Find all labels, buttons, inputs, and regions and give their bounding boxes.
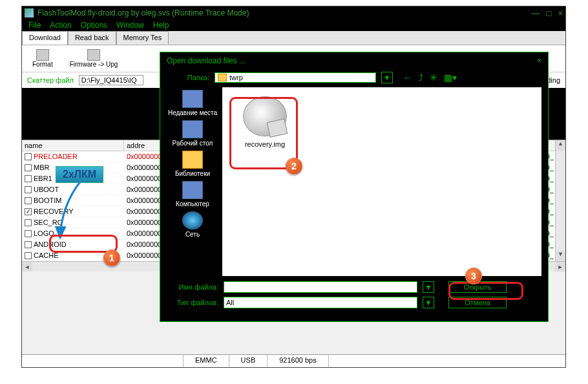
folder-row: Папка: twrp ▼ ← ⤴ ✳ ▦▾ bbox=[167, 72, 541, 83]
back-icon[interactable]: ← bbox=[403, 72, 412, 83]
computer-icon bbox=[182, 181, 203, 199]
dialog-close-button[interactable]: × bbox=[537, 56, 541, 65]
place-recent[interactable]: Недавние места bbox=[167, 90, 218, 116]
checkbox[interactable] bbox=[25, 186, 32, 193]
cancel-button[interactable]: Отмена bbox=[448, 297, 507, 308]
scroll-up-icon[interactable]: ▲ bbox=[556, 140, 565, 151]
row-name: LOGO bbox=[34, 229, 54, 237]
scroll-down-icon[interactable]: ▼ bbox=[556, 251, 565, 261]
network-icon bbox=[182, 211, 203, 229]
tab-memtest[interactable]: Memory Tes bbox=[116, 31, 169, 45]
close-button[interactable]: × bbox=[558, 8, 563, 18]
col-name[interactable]: name bbox=[22, 140, 124, 151]
recent-icon bbox=[182, 90, 203, 108]
row-name: PRELOADER bbox=[34, 153, 78, 160]
place-computer-label: Компьютер bbox=[176, 200, 209, 208]
place-libraries-label: Библиотеки bbox=[175, 170, 210, 177]
callout-2xlkm: 2хЛКМ bbox=[56, 166, 103, 183]
scroll-right-icon[interactable]: ► bbox=[555, 262, 565, 272]
scatter-path-input[interactable]: D:\Fly_IQ4415\IQ bbox=[79, 75, 143, 85]
filename-input[interactable] bbox=[224, 281, 417, 293]
row-name: UBOOT bbox=[34, 186, 59, 193]
menu-action[interactable]: Action bbox=[50, 21, 71, 30]
checkbox[interactable] bbox=[25, 153, 32, 160]
file-open-dialog: Open download files ... × Папка: twrp ▼ … bbox=[160, 52, 549, 322]
folder-icon bbox=[218, 74, 227, 81]
statusbar: EMMC USB 921600 bps bbox=[22, 354, 565, 367]
folder-label: Папка: bbox=[167, 74, 209, 81]
tab-download[interactable]: Download bbox=[22, 31, 68, 45]
checkbox[interactable] bbox=[25, 175, 32, 182]
filetype-input[interactable]: All bbox=[224, 297, 417, 308]
up-folder-icon[interactable]: ⤴ bbox=[419, 72, 423, 83]
checkbox[interactable] bbox=[25, 252, 32, 259]
scrollbar-v[interactable]: ▲ ▼ bbox=[555, 140, 565, 261]
minimize-button[interactable]: — bbox=[532, 8, 540, 18]
menu-options[interactable]: Options bbox=[81, 21, 107, 30]
scroll-left-icon[interactable]: ◄ bbox=[22, 262, 32, 272]
app-icon bbox=[25, 8, 34, 17]
format-label: Format bbox=[32, 61, 53, 68]
place-network-label: Сеть bbox=[185, 231, 200, 238]
nav-icons: ← ⤴ ✳ ▦▾ bbox=[403, 72, 457, 83]
checkbox[interactable] bbox=[25, 164, 32, 171]
row-name: RECOVERY bbox=[34, 208, 74, 215]
place-recent-label: Недавние места bbox=[168, 109, 217, 116]
row-name: ANDROID bbox=[34, 240, 67, 248]
dialog-title: Open download files ... bbox=[167, 56, 246, 65]
status-baud: 921600 bps bbox=[268, 355, 329, 367]
libraries-icon bbox=[182, 151, 203, 169]
file-list-area[interactable]: recovery.img bbox=[222, 87, 541, 276]
new-folder-icon[interactable]: ✳ bbox=[430, 72, 437, 83]
menu-file[interactable]: File bbox=[28, 21, 41, 30]
filetype-label: Тип файлов: bbox=[167, 299, 218, 306]
row-name: BOOTIM bbox=[34, 197, 61, 204]
firmware-button[interactable]: Firmware -> Upg bbox=[65, 48, 123, 69]
checkbox[interactable] bbox=[25, 241, 32, 248]
checkbox[interactable] bbox=[25, 230, 32, 237]
dialog-bottom: Имя файла: ▼ Открыть Тип файлов: All ▼ О… bbox=[167, 281, 541, 312]
marker-3: 3 bbox=[465, 268, 482, 284]
checkbox[interactable] bbox=[25, 197, 32, 204]
menubar: File Action Options Window Help bbox=[22, 19, 565, 31]
status-cell-empty bbox=[22, 355, 184, 367]
row-name: MBR bbox=[34, 164, 49, 171]
checkbox[interactable] bbox=[25, 219, 32, 226]
format-icon bbox=[36, 49, 49, 61]
menu-window[interactable]: Window bbox=[116, 21, 144, 30]
status-usb: USB bbox=[229, 355, 268, 367]
scatter-label: Скаттер файл bbox=[27, 76, 74, 84]
window-title: FlashToolMod fly-droid.org by oleg.svs (… bbox=[37, 8, 249, 17]
place-libraries[interactable]: Библиотеки bbox=[167, 151, 218, 177]
menu-help[interactable]: Help bbox=[153, 21, 169, 30]
place-desktop[interactable]: Рабочий стол bbox=[167, 120, 218, 147]
filename-dd-icon[interactable]: ▼ bbox=[423, 281, 434, 293]
desktop-icon bbox=[182, 120, 203, 138]
marker-2: 2 bbox=[286, 158, 302, 175]
dialog-titlebar: Open download files ... × bbox=[160, 52, 548, 69]
marker-1: 1 bbox=[103, 250, 120, 266]
folder-dropdown[interactable]: twrp bbox=[215, 72, 376, 83]
row-name: SEC_RO bbox=[34, 219, 63, 226]
firmware-icon bbox=[87, 49, 100, 61]
tab-readback[interactable]: Read back bbox=[68, 31, 116, 45]
file-item-recovery[interactable]: recovery.img bbox=[234, 96, 296, 148]
filetype-dd-icon[interactable]: ▼ bbox=[423, 297, 434, 308]
tabs: Download Read back Memory Tes bbox=[22, 31, 565, 45]
firmware-label: Firmware -> Upg bbox=[70, 61, 118, 68]
checkbox[interactable]: ✓ bbox=[25, 208, 32, 215]
place-computer[interactable]: Компьютер bbox=[167, 181, 218, 208]
disc-image-icon bbox=[243, 96, 287, 136]
format-button[interactable]: Format bbox=[27, 48, 58, 69]
view-menu-icon[interactable]: ▦▾ bbox=[444, 72, 457, 83]
titlebar: FlashToolMod fly-droid.org by oleg.svs (… bbox=[22, 6, 565, 19]
row-name: CACHE bbox=[34, 251, 59, 259]
file-item-label: recovery.img bbox=[234, 140, 296, 148]
folder-name: twrp bbox=[229, 74, 243, 81]
places-bar: Недавние места Рабочий стол Библиотеки К… bbox=[167, 87, 218, 276]
maximize-button[interactable]: □ bbox=[547, 8, 552, 18]
place-network[interactable]: Сеть bbox=[167, 211, 218, 238]
dropdown-arrow-icon[interactable]: ▼ bbox=[381, 72, 393, 83]
filename-label: Имя файла: bbox=[167, 283, 218, 291]
place-desktop-label: Рабочий стол bbox=[173, 140, 213, 147]
